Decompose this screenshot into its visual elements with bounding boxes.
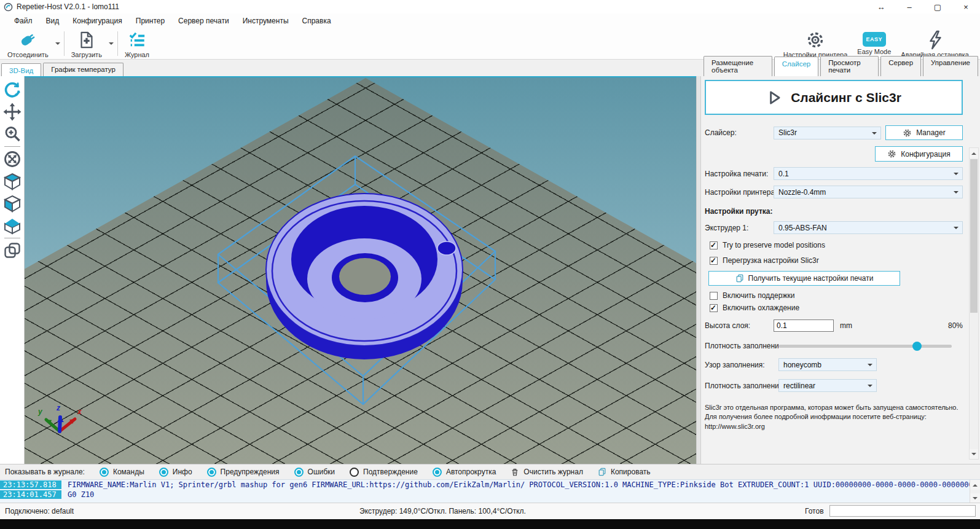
resize-icon[interactable]: ↔: [867, 0, 895, 14]
load-dropdown-arrow[interactable]: [107, 29, 116, 58]
infill-density-slider[interactable]: [778, 345, 952, 348]
parallel-projection-button[interactable]: [2, 240, 23, 262]
override-slic3r-checkbox[interactable]: Перегрузка настройки Slic3r: [705, 256, 963, 265]
top-view-cube-icon: [3, 216, 22, 235]
infill-percent-value: 80%: [948, 321, 963, 330]
menu-view[interactable]: Вид: [39, 15, 66, 27]
slice-with-slic3r-button[interactable]: Слайсинг с Slic3r: [705, 80, 963, 115]
enable-cooling-checkbox[interactable]: Включить охлаждение: [705, 304, 963, 312]
extruder1-select[interactable]: 0.95-ABS-FAN: [774, 221, 963, 234]
front-view-button[interactable]: [2, 192, 23, 214]
toggle-errors[interactable]: Ошибки: [294, 468, 335, 477]
move-view-button[interactable]: [2, 101, 23, 123]
panel-splitter[interactable]: [696, 76, 701, 464]
emergency-stop-button[interactable]: Аварийная остановка: [896, 29, 974, 58]
tab-server[interactable]: Сервер: [880, 56, 921, 76]
magnifier-plus-icon: [3, 125, 22, 143]
manager-button[interactable]: Manager: [885, 125, 963, 140]
disconnect-button[interactable]: Отсоединить: [2, 29, 53, 58]
preserve-positions-checkbox[interactable]: Try to preserve model positions: [705, 241, 963, 249]
rotate-view-button[interactable]: [2, 79, 23, 101]
zoom-view-button[interactable]: [2, 123, 23, 145]
isometric-view-button[interactable]: [2, 170, 23, 192]
menu-config[interactable]: Конфигурация: [66, 15, 129, 27]
radio-icon: [159, 468, 168, 477]
filament-settings-header: Настройки прутка:: [705, 207, 963, 216]
load-button[interactable]: Загрузить: [66, 29, 107, 58]
scroll-up-icon[interactable]: [970, 148, 978, 158]
model-object: [266, 194, 463, 359]
main-area: y z x Слайсинг с Slic3r Слайсер: Slic3r …: [0, 76, 980, 464]
fit-view-button[interactable]: [2, 148, 23, 170]
play-icon: [766, 89, 782, 106]
layer-height-label: Высота слоя:: [705, 321, 774, 330]
app-logo-icon: [4, 2, 13, 12]
slider-thumb[interactable]: [912, 342, 922, 351]
disconnect-dropdown-arrow[interactable]: [53, 29, 62, 58]
infill-density-label: Плотность заполнени: [705, 342, 778, 350]
panel-scrollbar[interactable]: [969, 147, 979, 460]
tab-object-placement[interactable]: Размещение объекта: [704, 56, 772, 76]
toolbar-separator: [117, 31, 118, 56]
scroll-up-icon[interactable]: [970, 480, 980, 490]
axis-y-label: y: [37, 407, 43, 416]
main-toolbar: Отсоединить Загрузить Журнал Настройки п…: [0, 28, 980, 60]
toggle-autoscroll[interactable]: Автопрокрутка: [433, 468, 496, 477]
rotate-icon: [3, 80, 22, 99]
toggle-commands[interactable]: Команды: [100, 468, 144, 477]
infill-pattern-select[interactable]: honeycomb: [778, 358, 877, 371]
printer-settings-select[interactable]: Nozzle-0.4mm: [774, 186, 963, 198]
layer-height-input[interactable]: [774, 319, 834, 332]
support-pattern-select[interactable]: rectilinear: [778, 379, 877, 392]
log-timestamp: 23:14:01.457: [0, 490, 61, 499]
tab-print-preview[interactable]: Просмотр печати: [820, 56, 879, 76]
scrollbar-thumb[interactable]: [970, 159, 978, 313]
ready-status: Готов: [805, 507, 824, 515]
front-view-cube-icon: [3, 194, 22, 213]
log-timestamp: 23:13:57.818: [0, 480, 61, 489]
scroll-down-icon[interactable]: [970, 449, 978, 459]
log-area[interactable]: 23:13:57.818 FIRMWARE_NAME:Marlin V1; Sp…: [0, 479, 980, 503]
menu-tools[interactable]: Инструменты: [236, 15, 296, 27]
gear-icon: [806, 30, 825, 50]
radio-icon: [433, 468, 442, 477]
scene-overlay: y z x: [25, 77, 696, 464]
clear-log-button[interactable]: Очистить журнал: [511, 468, 583, 477]
log-scrollbar[interactable]: [970, 480, 980, 503]
easy-mode-button[interactable]: EASY Easy Mode: [852, 29, 896, 58]
tab-temperature-graph[interactable]: График температур: [43, 63, 123, 76]
close-button[interactable]: ×: [952, 0, 980, 14]
axis-z-label: z: [56, 404, 60, 412]
journal-button[interactable]: Журнал: [120, 29, 154, 58]
viewport-3d[interactable]: y z x: [25, 76, 696, 464]
print-setting-select[interactable]: 0.1: [774, 167, 963, 180]
tab-3d-view[interactable]: 3D-Вид: [1, 63, 41, 77]
enable-supports-checkbox[interactable]: Включить поддержки: [705, 291, 963, 300]
printer-settings-button[interactable]: Настройки принтера: [778, 29, 853, 58]
menu-help[interactable]: Справка: [296, 15, 338, 27]
top-view-button[interactable]: [2, 214, 23, 237]
menu-file[interactable]: Файл: [7, 15, 39, 27]
tab-slicer[interactable]: Слайсер: [774, 57, 818, 77]
toggle-info[interactable]: Инфо: [159, 468, 192, 477]
toggle-warnings[interactable]: Предупреждения: [207, 468, 280, 477]
copy-log-button[interactable]: Копировать: [598, 468, 651, 476]
checkbox-icon: [710, 292, 718, 300]
tool-strip-separator: [4, 238, 20, 238]
slicer-select[interactable]: Slic3r: [774, 127, 881, 139]
fetch-print-settings-button[interactable]: Получить текущие настройки печати: [708, 271, 900, 286]
axis-x-label: x: [77, 407, 82, 416]
tab-control[interactable]: Управление: [923, 56, 978, 76]
tool-strip-separator: [4, 146, 20, 147]
configuration-button[interactable]: Конфигурация: [875, 146, 963, 162]
menu-print-server[interactable]: Сервер печати: [171, 15, 236, 27]
maximize-button[interactable]: ▢: [923, 0, 952, 14]
minimize-button[interactable]: –: [895, 0, 923, 14]
fit-view-icon: [3, 150, 22, 168]
toggle-ack[interactable]: Подтверждение: [350, 468, 418, 477]
scroll-down-icon[interactable]: [970, 493, 980, 503]
lightning-icon: [926, 30, 944, 50]
status-bar: Подключено: default Экструдер: 149,0°C/О…: [0, 503, 980, 519]
layer-height-unit: mm: [840, 321, 852, 330]
menu-printer[interactable]: Принтер: [129, 15, 171, 27]
